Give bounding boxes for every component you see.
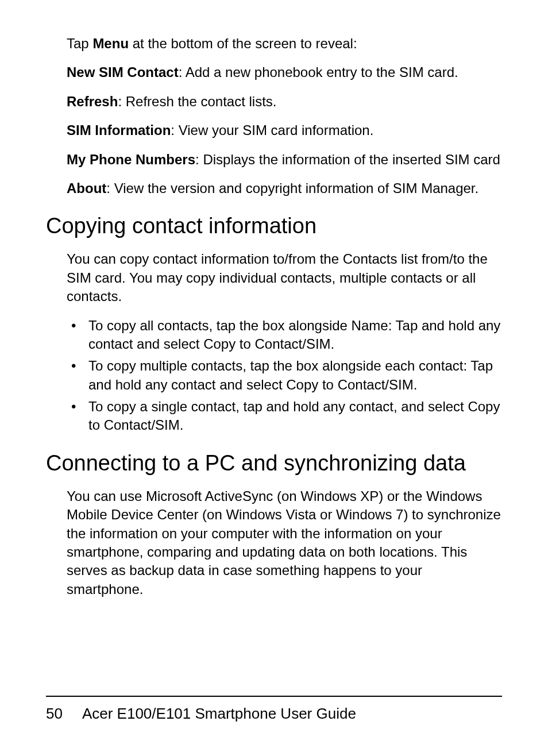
list-item: To copy all contacts, tap the box alongs…: [67, 317, 502, 354]
new-sim-contact-para: New SIM Contact: Add a new phonebook ent…: [67, 63, 502, 82]
phone-numbers-para: My Phone Numbers: Displays the informati…: [67, 151, 502, 169]
menu-label: Menu: [92, 36, 129, 51]
action-label: Copy to Contact/SIM: [286, 377, 413, 392]
copying-heading: Copying contact information: [46, 214, 502, 238]
copy-steps-list: To copy all contacts, tap the box alongs…: [67, 317, 502, 435]
about-para: About: View the version and copyright in…: [67, 179, 502, 198]
definition: : View your SIM card information.: [171, 122, 373, 138]
text: .: [414, 377, 418, 392]
intro-paragraph: Tap Menu at the bottom of the screen to …: [67, 34, 502, 53]
text: .: [331, 336, 335, 352]
footer-text: 50 Acer E100/E101 Smartphone User Guide: [46, 705, 502, 723]
text: Tap: [67, 36, 92, 51]
footer-rule: [46, 696, 502, 697]
connecting-para: You can use Microsoft ActiveSync (on Win…: [67, 487, 502, 599]
term: Refresh: [67, 94, 118, 109]
term: My Phone Numbers: [67, 152, 195, 167]
definition: : Add a new phonebook entry to the SIM c…: [179, 64, 458, 80]
refresh-para: Refresh: Refresh the contact lists.: [67, 92, 502, 111]
copying-intro-para: You can copy contact information to/from…: [67, 250, 502, 306]
sim-info-para: SIM Information: View your SIM card info…: [67, 121, 502, 140]
connecting-heading: Connecting to a PC and synchronizing dat…: [46, 451, 502, 476]
definition: : Refresh the contact lists.: [118, 94, 276, 109]
definition: : View the version and copyright informa…: [106, 180, 478, 196]
page-number: 50: [46, 705, 63, 723]
guide-title: Acer E100/E101 Smartphone User Guide: [82, 705, 356, 723]
list-item: To copy multiple contacts, tap the box a…: [67, 357, 502, 394]
text: To copy a single contact, tap and hold a…: [88, 399, 468, 414]
term: About: [67, 180, 106, 196]
term: New SIM Contact: [67, 64, 179, 80]
list-item: To copy a single contact, tap and hold a…: [67, 398, 502, 435]
text: at the bottom of the screen to reveal:: [129, 36, 357, 51]
page-footer: 50 Acer E100/E101 Smartphone User Guide: [46, 696, 502, 723]
definition: : Displays the information of the insert…: [195, 152, 500, 167]
action-label: Copy to Contact/SIM: [203, 336, 330, 352]
text: .: [180, 417, 184, 433]
term: SIM Information: [67, 122, 171, 138]
